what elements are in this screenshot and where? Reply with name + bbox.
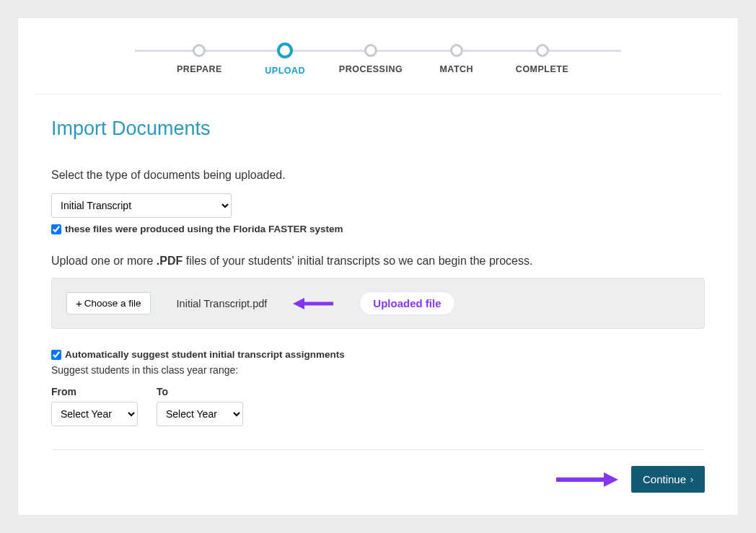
choose-file-button[interactable]: + Choose a file	[66, 292, 151, 314]
step-dot-icon	[193, 44, 206, 57]
step-dot-icon	[450, 44, 463, 57]
step-processing[interactable]: PROCESSING	[328, 44, 414, 76]
step-dot-icon	[277, 43, 293, 58]
content: Import Documents Select the type of docu…	[18, 94, 738, 507]
faster-checkbox[interactable]	[51, 224, 61, 234]
step-label: UPLOAD	[265, 66, 305, 76]
page-title: Import Documents	[51, 118, 705, 140]
doc-type-prompt: Select the type of documents being uploa…	[51, 169, 705, 182]
auto-suggest-checkbox[interactable]	[51, 350, 61, 360]
faster-checkbox-row[interactable]: these files were produced using the Flor…	[51, 224, 705, 234]
upload-prompt: Upload one or more .PDF files of your st…	[51, 255, 705, 268]
faster-checkbox-label: these files were produced using the Flor…	[65, 224, 343, 234]
continue-annotation-arrow-icon	[556, 470, 618, 489]
stepper-steps: PREPARE UPLOAD PROCESSING MATCH COMPLETE	[34, 44, 722, 76]
year-from-select[interactable]: Select Year	[51, 402, 138, 426]
stepper: PREPARE UPLOAD PROCESSING MATCH COMPLETE	[34, 18, 722, 94]
year-from-label: From	[51, 386, 138, 397]
year-to-select[interactable]: Select Year	[157, 402, 243, 426]
uploaded-filename: Initial Transcript.pdf	[177, 298, 268, 309]
plus-icon: +	[76, 298, 82, 309]
upload-zone: + Choose a file Initial Transcript.pdf U…	[51, 278, 705, 329]
step-label: PREPARE	[177, 64, 222, 74]
doc-type-select[interactable]: Initial Transcript	[51, 193, 232, 218]
step-prepare[interactable]: PREPARE	[157, 44, 242, 76]
chevron-right-icon: ›	[690, 475, 693, 485]
upload-prompt-prefix: Upload one or more	[51, 255, 157, 267]
annotation-arrow-icon	[293, 296, 333, 312]
step-label: MATCH	[439, 64, 473, 74]
auto-suggest-label: Automatically suggest student initial tr…	[65, 349, 345, 360]
step-dot-icon	[536, 44, 549, 57]
uploaded-file-badge: Uploaded file	[359, 291, 454, 315]
year-to-label: To	[157, 386, 243, 397]
step-match[interactable]: MATCH	[413, 44, 499, 76]
upload-prompt-bold: .PDF	[157, 255, 183, 267]
step-label: PROCESSING	[339, 64, 403, 74]
auto-suggest-checkbox-row[interactable]: Automatically suggest student initial tr…	[51, 349, 705, 360]
auto-suggest-section: Automatically suggest student initial tr…	[51, 349, 705, 426]
choose-file-label: Choose a file	[84, 298, 141, 309]
continue-label: Continue	[643, 473, 686, 485]
continue-button[interactable]: Continue ›	[631, 466, 705, 493]
year-from-col: From Select Year	[51, 386, 138, 426]
card: PREPARE UPLOAD PROCESSING MATCH COMPLETE…	[17, 17, 739, 516]
year-range-hint: Suggest students in this class year rang…	[51, 364, 705, 376]
footer: Continue ›	[51, 450, 705, 493]
year-to-col: To Select Year	[157, 386, 243, 426]
step-complete[interactable]: COMPLETE	[499, 44, 585, 76]
upload-prompt-suffix: files of your students' initial transcri…	[183, 255, 532, 267]
year-range-row: From Select Year To Select Year	[51, 386, 705, 426]
step-dot-icon	[364, 44, 377, 57]
step-upload[interactable]: UPLOAD	[242, 44, 328, 76]
step-label: COMPLETE	[516, 64, 568, 74]
